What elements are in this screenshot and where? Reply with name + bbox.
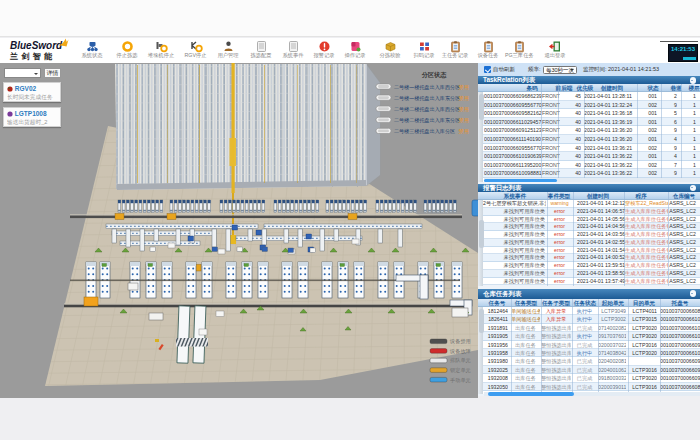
- svg-text:二号楼三楼托盘出入库分区: 二号楼三楼托盘出入库分区: [394, 128, 455, 135]
- svg-text:排队单元: 排队单元: [450, 357, 471, 363]
- svg-text:设备禁用: 设备禁用: [449, 338, 471, 345]
- svg-text:禁用: 禁用: [458, 84, 469, 91]
- svg-text:二号楼一楼托盘出入库东分区: 二号楼一楼托盘出入库东分区: [394, 95, 460, 102]
- svg-text:锁定单元: 锁定单元: [450, 367, 471, 374]
- svg-text:禁用: 禁用: [458, 95, 469, 102]
- svg-text:禁用: 禁用: [458, 128, 469, 135]
- svg-text:分区状态: 分区状态: [421, 71, 448, 79]
- svg-text:二号楼二楼托盘出入库西分区: 二号楼二楼托盘出入库西分区: [394, 106, 460, 113]
- svg-text:二号楼一楼托盘出入库西分区: 二号楼一楼托盘出入库西分区: [394, 84, 460, 91]
- svg-text:禁用: 禁用: [458, 106, 469, 113]
- svg-text:手动单元: 手动单元: [450, 377, 471, 383]
- svg-text:设备故障: 设备故障: [449, 348, 471, 355]
- svg-text:禁用: 禁用: [458, 117, 469, 124]
- svg-text:二号楼二楼托盘出入库东分区: 二号楼二楼托盘出入库东分区: [394, 117, 460, 124]
